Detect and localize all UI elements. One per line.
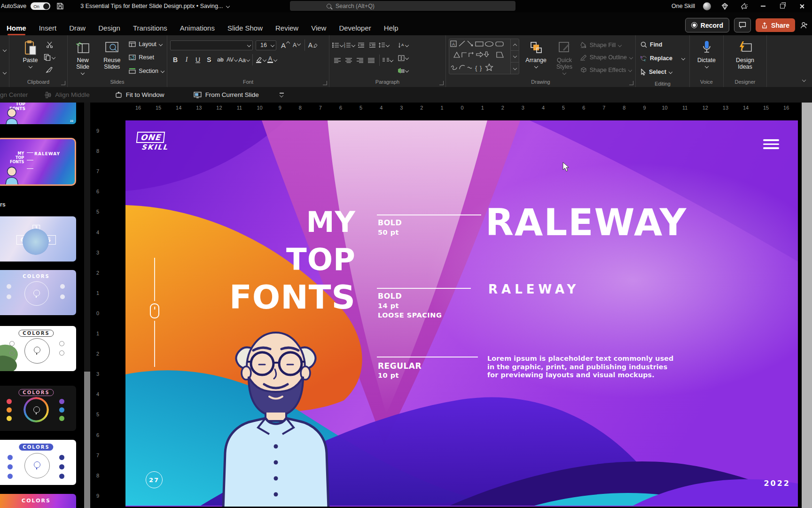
columns-button[interactable]	[383, 55, 393, 66]
increase-indent-button[interactable]	[367, 40, 377, 51]
tab-review[interactable]: Review	[275, 24, 298, 32]
tab-slide-show[interactable]: Slide Show	[227, 24, 263, 32]
align-left-button[interactable]	[332, 55, 343, 66]
close-button[interactable]	[796, 1, 807, 11]
bold-button[interactable]: B	[170, 54, 180, 65]
minimize-button[interactable]	[757, 1, 769, 11]
convert-to-smartart-button[interactable]	[398, 65, 408, 76]
slide-thumbnail[interactable]: 3 COLORS	[0, 216, 76, 262]
slide-thumbnail[interactable]: COLORS	[0, 494, 76, 508]
justify-button[interactable]	[366, 55, 376, 66]
section-label[interactable]: rs	[0, 201, 6, 208]
shapes-scroll-down[interactable]	[511, 51, 519, 63]
gem-icon[interactable]	[719, 1, 730, 11]
section-button[interactable]: Section	[129, 65, 164, 76]
avatar[interactable]	[703, 2, 711, 10]
tab-transitions[interactable]: Transitions	[133, 24, 167, 32]
document-title[interactable]: 3 Essential Tips for Better Slide Design…	[80, 3, 229, 9]
toolbar-overflow-button[interactable]	[271, 93, 292, 97]
shape-outline-button[interactable]: Shape Outline	[580, 52, 632, 63]
decrease-indent-button[interactable]	[356, 40, 366, 51]
tab-developer[interactable]: Developer	[339, 24, 371, 32]
underline-button[interactable]: U	[193, 54, 203, 65]
shapes-more-button[interactable]	[511, 63, 519, 74]
italic-button[interactable]: I	[181, 54, 192, 65]
collapse-ribbon-button[interactable]	[803, 75, 805, 83]
slide-thumbnail[interactable]: COLORS	[0, 270, 76, 315]
megaphone-icon[interactable]	[738, 1, 750, 11]
reuse-slides-button[interactable]: Reuse Slides	[99, 39, 125, 78]
user-name[interactable]: One Skill	[671, 3, 695, 9]
shapes-scroll-up[interactable]	[511, 39, 519, 51]
search-input[interactable]: Search (Alt+Q)	[290, 1, 515, 11]
quick-styles-button[interactable]: Quick Styles	[553, 39, 576, 78]
tab-view[interactable]: View	[311, 24, 326, 32]
tab-insert[interactable]: Insert	[39, 24, 57, 32]
shapes-gallery[interactable]: A {}	[449, 39, 519, 74]
paragraph-dialog-launcher[interactable]	[439, 81, 444, 85]
spec-label-2[interactable]: BOLD14 ptLOOSE SPACING	[378, 292, 442, 320]
design-ideas-button[interactable]: Design Ideas	[730, 39, 761, 78]
slide-thumbnail[interactable]: COLORS	[0, 326, 76, 371]
align-middle-command[interactable]: Align Middle	[36, 91, 98, 98]
change-case-button[interactable]: Aa	[238, 54, 250, 65]
chevron-down-icon[interactable]	[2, 48, 6, 52]
shape-fill-button[interactable]: Shape Fill	[580, 40, 632, 50]
thumbnail-scrollbar-thumb[interactable]	[84, 372, 90, 508]
tab-animations[interactable]: Animations	[180, 24, 215, 32]
shape-effects-button[interactable]: Shape Effects	[580, 64, 632, 75]
record-button[interactable]: Record	[685, 18, 729, 32]
spec-label-1[interactable]: BOLD50 pt	[378, 218, 402, 237]
main-scrollbar[interactable]	[802, 103, 812, 508]
numbering-button[interactable]: 123	[344, 40, 355, 51]
font-name-small[interactable]: RALEWAY	[488, 282, 579, 296]
font-name-combo[interactable]	[170, 40, 253, 50]
align-text-button[interactable]	[398, 52, 408, 64]
find-button[interactable]: Find	[640, 39, 685, 50]
line-spacing-button[interactable]	[378, 40, 389, 51]
chevron-down-icon[interactable]	[2, 71, 6, 74]
increase-font-size-button[interactable]: A	[280, 40, 290, 51]
strikethrough-button[interactable]: ab	[215, 54, 226, 65]
new-slide-button[interactable]: New Slide	[70, 39, 95, 78]
character-spacing-button[interactable]: AV	[226, 54, 237, 65]
restore-button[interactable]	[777, 1, 788, 11]
comments-button[interactable]	[734, 18, 751, 32]
slide-thumbnail[interactable]: COLORS	[0, 440, 76, 485]
align-center-command[interactable]: gn Center	[0, 91, 36, 98]
slide-canvas[interactable]: ONE SKILL MY TOP FONTS BOLD50 pt RALEWAY…	[125, 120, 798, 507]
font-name-large[interactable]: RALEWAY	[485, 201, 687, 244]
paste-button[interactable]: Paste	[22, 39, 39, 78]
from-current-slide-command[interactable]: From Current Slide	[185, 91, 267, 98]
tab-draw[interactable]: Draw	[69, 24, 86, 32]
user-presence-icon[interactable]	[800, 21, 808, 30]
slide-thumbnail-selected[interactable]: MYTOPFONTS RALEWAY	[0, 138, 76, 186]
slide-thumbnail[interactable]: TOPFONTS 22	[0, 103, 76, 124]
tab-design[interactable]: Design	[98, 24, 120, 32]
save-icon[interactable]	[55, 1, 66, 11]
align-center-button[interactable]	[344, 55, 354, 66]
autosave-toggle[interactable]: On	[31, 2, 50, 10]
drawing-dialog-launcher[interactable]	[629, 81, 633, 85]
clear-formatting-button[interactable]: A	[308, 40, 318, 51]
fit-to-window-command[interactable]: Fit to Window	[107, 91, 173, 98]
reset-button[interactable]: Reset	[129, 52, 164, 63]
dictate-button[interactable]: Dictate	[696, 39, 717, 78]
format-painter-button[interactable]	[44, 65, 55, 75]
tab-home[interactable]: Home	[7, 24, 26, 32]
highlight-color-button[interactable]	[256, 54, 266, 65]
cut-button[interactable]	[44, 40, 55, 50]
copy-button[interactable]	[44, 52, 55, 63]
clipboard-dialog-launcher[interactable]	[61, 81, 65, 85]
arrange-button[interactable]: Arrange	[523, 39, 548, 78]
select-button[interactable]: Select	[640, 66, 685, 77]
slide-title[interactable]: MY TOP FONTS	[229, 203, 356, 316]
share-button[interactable]: Share	[756, 18, 795, 32]
bullets-button[interactable]	[332, 40, 343, 51]
slide-thumbnail[interactable]: COLORS	[0, 386, 76, 431]
align-right-button[interactable]	[355, 55, 365, 66]
text-shadow-button[interactable]: S	[204, 54, 214, 65]
decrease-font-size-button[interactable]: A	[291, 40, 302, 51]
layout-button[interactable]: Layout	[129, 39, 164, 49]
text-direction-button[interactable]: A	[398, 40, 408, 51]
